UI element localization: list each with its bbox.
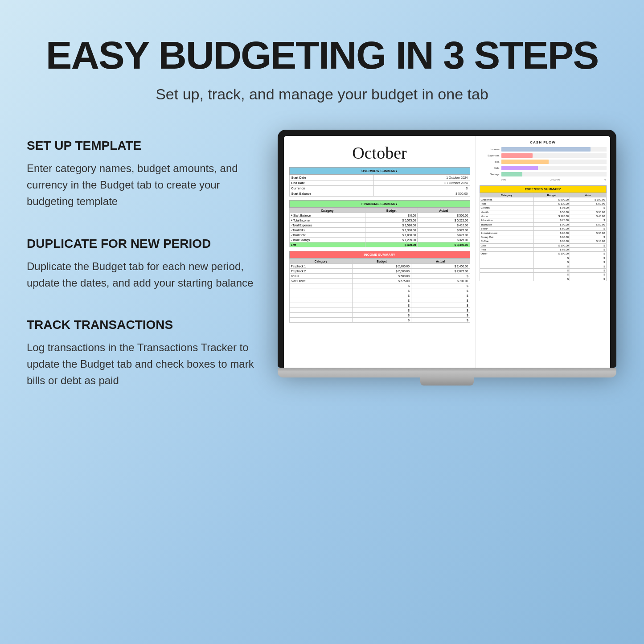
exp-budget: $ 60.00 [533,235,570,239]
exp-cat [480,264,533,268]
fin-actual: $ 500.00 [418,213,470,218]
exp-cat [480,268,533,272]
chart-bar [501,153,533,158]
overview-value: $ [373,186,470,191]
income-budget: $ [353,283,411,288]
table-row: Category Budget Actual [289,208,470,213]
income-actual: $ [411,288,470,293]
table-row: - Total Bills $ 1,380.00 $ 925.00 [289,228,470,233]
table-row: $ $ [289,298,470,303]
main-title: EASY BUDGETING IN 3 STEPS [0,0,644,75]
income-budget: $ 675.00 [353,279,411,283]
table-row: $ $ [480,264,606,268]
fin-actual: $ 675.00 [418,233,470,238]
step-1-desc: Enter category names, budget amounts, an… [27,160,258,210]
income-budget: $ 500.00 [353,274,411,279]
exp-budget: $ [533,277,570,281]
income-budget: $ [353,298,411,303]
income-budget: $ [353,308,411,313]
table-row: Start Date 1 October 2024 [289,175,470,180]
col-header: Budget [353,259,411,264]
exp-actual: $ [570,260,606,264]
fin-cat: - Total Expenses [289,223,365,228]
step-1-title: SET UP TEMPLATE [27,139,258,153]
income-budget: $ 2,400.00 [353,264,411,269]
exp-cat: Coffee [480,239,533,243]
laptop-base [278,368,616,377]
overview-label: Currency [289,186,373,191]
chart-row-expenses: Expenses [480,153,607,158]
steps-column: SET UP TEMPLATE Enter category names, bu… [27,130,258,416]
income-budget: $ [353,288,411,293]
table-row: Paycheck 2 $ 2,000.00 $ 2,075.00 [289,269,470,274]
exp-cat: Pets [480,247,533,251]
income-cat [289,283,353,288]
col-header: Category [289,259,353,264]
exp-actual: $ [570,227,606,231]
exp-budget: $ 50.00 [533,210,570,214]
table-row: Health $ 50.00 $ 35.00 [480,210,606,214]
overview-value: 1 October 2024 [373,175,470,180]
fin-actual: $ 410.00 [418,223,470,228]
chart-label: Bills [480,160,500,163]
chart-label: Income [480,148,500,151]
chart-bar [501,172,522,176]
table-row: Paycheck 1 $ 2,400.00 $ 2,450.00 [289,264,470,269]
exp-actual: $ 50.00 [570,201,606,205]
exp-cat: Dining Out [480,235,533,239]
laptop-screen: October OVERVIEW SUMMARY Start Date 1 Oc… [284,136,610,368]
income-cat: Side Hustle [289,279,353,283]
cash-flow-chart: Income Expenses [480,147,607,181]
table-row: Category Budget Actual [289,259,470,264]
income-budget: $ 2,000.00 [353,269,411,274]
table-row: Bonus $ 500.00 $ [289,274,470,279]
exp-actual: $ [570,256,606,260]
income-actual: $ [411,313,470,318]
exp-budget: $ 95.00 [533,206,570,210]
table-row: Side Hustle $ 675.00 $ 700.00 [289,279,470,283]
exp-cat: Clothes [480,206,533,210]
exp-actual: $ 190.00 [570,197,606,201]
exp-actual: $ 50.00 [570,222,606,226]
table-row: Coffee $ 30.00 $ 10.00 [480,239,606,243]
x-axis: 0.00 2,000.00 4, [480,178,607,181]
step-2: DUPLICATE FOR NEW PERIOD Duplicate the B… [27,237,258,291]
table-row: + Total Income $ 5,575.00 $ 5,225.00 [289,218,470,223]
exp-budget: $ 500.00 [533,197,570,201]
table-row: + Start Balance $ 0.00 $ 500.00 [289,213,470,218]
financial-header: FINANCIAL SUMMARY [289,200,470,208]
income-header: INCOME SUMMARY [289,251,470,258]
exp-actual: $ [570,252,606,256]
income-actual: $ 2,450.00 [411,264,470,269]
overview-label: End Date [289,180,373,186]
exp-cat: Entertainment [480,231,533,235]
step-3: TRACK TRANSACTIONS Log transactions in t… [27,318,258,389]
step-2-desc: Duplicate the Budget tab for each new pe… [27,258,258,291]
step-3-desc: Log transactions in the Transactions Tra… [27,339,258,389]
table-row: Start Balance $ 500.00 [289,191,470,197]
table-row: Gifts $ 100.00 $ [480,243,606,247]
chart-bar [501,147,591,152]
income-cat [289,313,353,318]
chart-bar-container [501,160,607,164]
exp-actual: $ 35.00 [570,231,606,235]
fin-actual: $ 5,225.00 [418,218,470,223]
income-cat [289,293,353,298]
fin-budget: $ 400.00 [365,242,418,247]
table-row: $ $ [289,288,470,293]
income-actual: $ [411,318,470,323]
table-row: $ $ [289,303,470,308]
sheet-left: October OVERVIEW SUMMARY Start Date 1 Oc… [284,136,476,368]
exp-cat: Transport [480,222,533,226]
exp-budget: $ [533,268,570,272]
fin-budget: $ 0.00 [365,213,418,218]
table-row: Category Budget Actu [480,193,606,197]
fin-budget: $ 1,590.00 [365,223,418,228]
col-header: Budget [365,208,418,213]
exp-actual: $ [570,206,606,210]
income-actual: $ [411,308,470,313]
table-row: $ $ [289,308,470,313]
laptop-area: October OVERVIEW SUMMARY Start Date 1 Oc… [276,130,617,386]
exp-cat [480,273,533,277]
chart-row-bills: Bills [480,160,607,164]
